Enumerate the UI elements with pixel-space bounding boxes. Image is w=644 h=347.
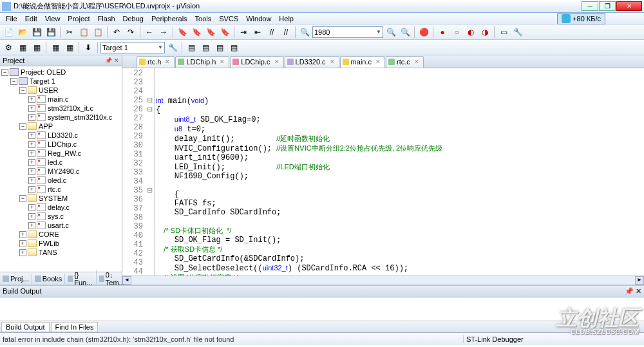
menu-window[interactable]: Window [242, 14, 275, 24]
close-tab-icon[interactable]: ✕ [220, 59, 225, 65]
menu-view[interactable]: View [41, 14, 64, 24]
manage4-icon[interactable]: ▤ [227, 41, 240, 54]
expander-icon[interactable]: + [28, 132, 35, 139]
undo-icon[interactable]: ↶ [110, 26, 123, 39]
tree-node[interactable]: +led.c [1, 158, 120, 167]
maximize-button[interactable]: ❐ [599, 1, 616, 11]
editor-tab[interactable]: LDChip.h✕ [175, 56, 229, 68]
breakpoint2-icon[interactable]: ○ [450, 26, 463, 39]
tab-books[interactable]: Books [32, 274, 66, 284]
expander-icon[interactable]: + [19, 240, 26, 247]
expander-icon[interactable]: + [28, 204, 35, 211]
tree-node[interactable]: +TANS [1, 248, 120, 257]
manage-icon[interactable]: ▤ [185, 41, 198, 54]
tree-node[interactable]: +stm32f10x_it.c [1, 104, 120, 113]
bookmark-icon[interactable]: 🔖 [176, 26, 189, 39]
close-tab-icon[interactable]: ✕ [375, 59, 381, 65]
tab-functions[interactable]: {} Fun... [65, 270, 97, 288]
nav-back-icon[interactable]: ← [143, 26, 156, 39]
comment-icon[interactable]: // [265, 26, 278, 39]
indent-icon[interactable]: ⇥ [237, 26, 250, 39]
tree-node[interactable]: −USER [1, 86, 120, 95]
translate-icon[interactable]: ⚙ [2, 41, 15, 54]
editor-tab[interactable]: main.c✕ [340, 56, 385, 68]
cut-icon[interactable]: ✂ [63, 26, 76, 39]
scroll-right-icon[interactable]: ► [635, 276, 644, 285]
tree-node[interactable]: −Project: OLED [1, 68, 120, 77]
bookmark-clear-icon[interactable]: 🔖 [218, 26, 231, 39]
expander-icon[interactable]: − [10, 78, 17, 85]
tree-node[interactable]: +usart.c [1, 221, 120, 230]
tree-node[interactable]: +Reg_RW.c [1, 149, 120, 158]
menu-edit[interactable]: Edit [21, 14, 41, 24]
tree-node[interactable]: +oled.c [1, 176, 120, 185]
menu-flash[interactable]: Flash [94, 14, 119, 24]
pin-icon[interactable]: 📌 ✕ [105, 57, 119, 64]
manage3-icon[interactable]: ▤ [213, 41, 226, 54]
redo-icon[interactable]: ↷ [124, 26, 137, 39]
tree-node[interactable]: +main.c [1, 95, 120, 104]
editor-hscroll[interactable]: ◄ ► [122, 276, 644, 285]
tree-node[interactable]: +MY2490.c [1, 167, 120, 176]
stop-build-icon[interactable]: ▦ [63, 41, 76, 54]
expander-icon[interactable]: + [28, 168, 35, 175]
menu-svcs[interactable]: SVCS [215, 14, 242, 24]
open-file-icon[interactable]: 📂 [16, 26, 29, 39]
find-combo[interactable]: 1980▼ [312, 26, 383, 38]
editor-tab[interactable]: rtc.c✕ [386, 56, 424, 68]
scroll-left-icon[interactable]: ◄ [122, 276, 131, 285]
expander-icon[interactable]: + [28, 159, 35, 166]
tree-node[interactable]: +system_stm32f10x.c [1, 113, 120, 122]
menu-debug[interactable]: Debug [119, 14, 147, 24]
expander-icon[interactable]: + [28, 105, 35, 112]
tree-node[interactable]: −SYSTEM [1, 194, 120, 203]
breakpoint4-icon[interactable]: ◑ [478, 26, 491, 39]
expander-icon[interactable]: − [19, 123, 26, 130]
expander-icon[interactable]: + [28, 114, 35, 121]
nav-fwd-icon[interactable]: → [157, 26, 170, 39]
menu-tools[interactable]: Tools [191, 14, 216, 24]
editor-tab[interactable]: rtc.h✕ [137, 56, 175, 68]
expander-icon[interactable]: + [28, 150, 35, 157]
expander-icon[interactable]: − [19, 87, 26, 94]
expander-icon[interactable]: + [19, 231, 26, 238]
paste-icon[interactable]: 📋 [91, 26, 104, 39]
close-tab-icon[interactable]: ✕ [165, 59, 170, 65]
options-icon[interactable]: 🔧 [166, 41, 179, 54]
uncomment-icon[interactable]: // [279, 26, 292, 39]
close-tab-icon[interactable]: ✕ [274, 59, 279, 65]
target-combo[interactable]: Target 1▼ [100, 42, 165, 53]
batch-icon[interactable]: ▦ [49, 41, 62, 54]
close-tab-icon[interactable]: ✕ [414, 59, 419, 65]
tree-node[interactable]: −Target 1 [1, 77, 120, 86]
tab-project[interactable]: Proj... [0, 274, 32, 284]
close-button[interactable]: ✕ [616, 1, 642, 11]
find-next-icon[interactable]: 🔍 [384, 26, 397, 39]
copy-icon[interactable]: 📋 [77, 26, 90, 39]
tree-node[interactable]: +CORE [1, 230, 120, 239]
minimize-button[interactable]: ─ [582, 1, 598, 11]
expander-icon[interactable]: + [28, 141, 35, 148]
bookmark-next-icon[interactable]: 🔖 [190, 26, 203, 39]
tree-node[interactable]: −APP [1, 122, 120, 131]
tree-node[interactable]: +LD3320.c [1, 131, 120, 140]
tree-node[interactable]: +rtc.c [1, 185, 120, 194]
expander-icon[interactable]: + [28, 222, 35, 229]
tree-node[interactable]: +FWLib [1, 239, 120, 248]
manage2-icon[interactable]: ▤ [199, 41, 212, 54]
find-icon[interactable]: 🔍 [298, 26, 311, 39]
breakpoint-icon[interactable]: ● [436, 26, 449, 39]
menu-project[interactable]: Project [64, 14, 93, 24]
menu-peripherals[interactable]: Peripherals [147, 14, 191, 24]
new-file-icon[interactable]: 📄 [2, 26, 15, 39]
pin-icon[interactable]: 📌 ✕ [625, 287, 641, 295]
window-icon[interactable]: ▭ [497, 26, 510, 39]
code-body[interactable]: int main(void) { uint8_t SD_OK_Flag=0; u… [155, 68, 644, 276]
build-output-text[interactable] [0, 297, 644, 321]
expander-icon[interactable]: + [28, 177, 35, 184]
rebuild-icon[interactable]: ▦ [30, 41, 43, 54]
expander-icon[interactable]: − [1, 69, 8, 76]
download-badge[interactable]: +80 КБ/с [557, 13, 605, 24]
expander-icon[interactable]: + [28, 186, 35, 193]
find-files-icon[interactable]: 🔍 [399, 26, 412, 39]
